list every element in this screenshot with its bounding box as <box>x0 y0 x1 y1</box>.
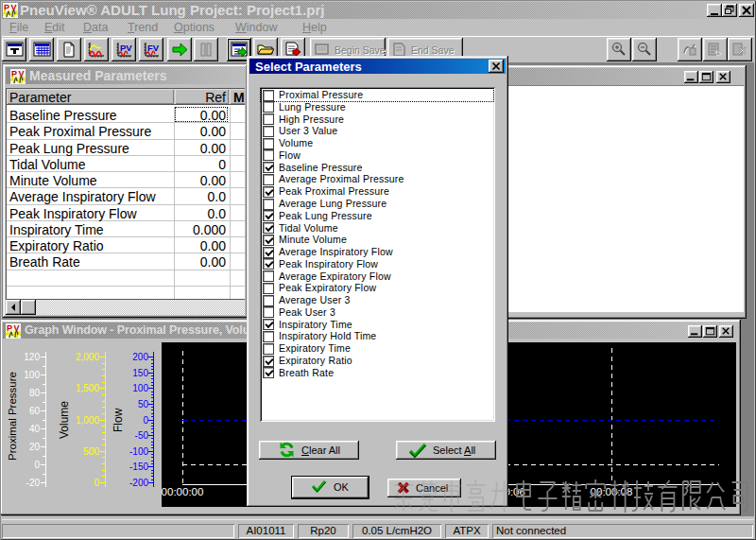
svg-text:-200: -200 <box>129 478 148 488</box>
svg-text:1,000: 1,000 <box>76 415 99 426</box>
svg-text:60: 60 <box>29 406 41 416</box>
svg-text:Volume: Volume <box>58 401 71 439</box>
svg-text:0: 0 <box>34 460 40 470</box>
svg-text:40: 40 <box>29 424 41 434</box>
svg-text:500: 500 <box>83 446 99 457</box>
svg-text:120: 120 <box>24 352 40 362</box>
svg-text:100: 100 <box>24 370 40 380</box>
svg-text:-100: -100 <box>129 446 148 457</box>
svg-text:Proximal Pressure: Proximal Pressure <box>7 372 18 461</box>
svg-text:50: 50 <box>138 399 149 409</box>
svg-text:2,000: 2,000 <box>76 352 99 362</box>
svg-text:200: 200 <box>132 352 148 362</box>
svg-text:Flow: Flow <box>112 408 125 432</box>
svg-text:-20: -20 <box>26 478 41 488</box>
svg-text:-50: -50 <box>135 430 149 441</box>
svg-text:00:00:08: 00:00:08 <box>591 486 633 497</box>
svg-text:0: 0 <box>94 478 99 488</box>
svg-text:0: 0 <box>143 415 148 426</box>
svg-text:100: 100 <box>132 383 148 393</box>
svg-text:-150: -150 <box>129 462 148 472</box>
svg-text:1,500: 1,500 <box>76 383 99 393</box>
svg-text:150: 150 <box>132 368 148 378</box>
svg-text:00:00:00: 00:00:00 <box>162 486 204 497</box>
svg-text:20: 20 <box>29 442 41 452</box>
svg-text:80: 80 <box>29 388 41 398</box>
